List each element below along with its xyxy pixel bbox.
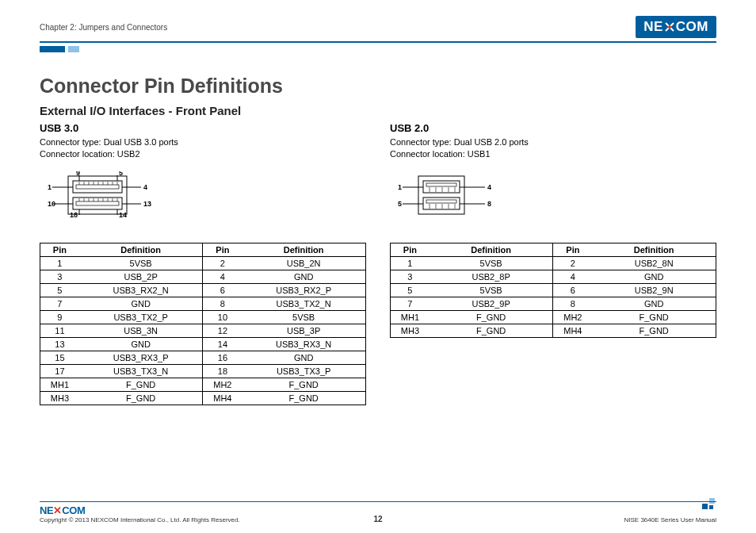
table-row: 9USB3_TX2_P105VSB <box>40 310 366 324</box>
usb20-type: Connector type: Dual USB 2.0 ports <box>390 136 716 148</box>
table-row: 15VSB2USB_2N <box>40 256 366 270</box>
th-pin: Pin <box>203 243 242 256</box>
svg-rect-44 <box>426 183 456 186</box>
th-pin: Pin <box>391 243 430 256</box>
svg-rect-43 <box>423 181 460 193</box>
table-row: 5USB3_RX2_N6USB3_RX2_P <box>40 283 366 297</box>
table-row: 11USB_3N12USB_3P <box>40 324 366 337</box>
table-row: 15USB3_RX3_P16GND <box>40 351 366 364</box>
svg-text:10: 10 <box>48 200 55 208</box>
usb30-diagram: 1 4 10 13 9 5 18 14 <box>40 171 366 227</box>
svg-text:4: 4 <box>143 183 147 191</box>
usb20-heading: USB 2.0 <box>390 122 716 134</box>
svg-rect-16 <box>76 201 119 205</box>
svg-rect-42 <box>418 176 464 214</box>
chapter-label: Chapter 2: Jumpers and Connectors <box>40 23 167 32</box>
svg-rect-3 <box>68 176 127 214</box>
table-row: 15VSB2USB2_8N <box>391 256 716 270</box>
usb20-location: Connector location: USB1 <box>390 148 716 160</box>
svg-point-2 <box>668 25 671 29</box>
usb20-section: USB 2.0 Connector type: Dual USB 2.0 por… <box>390 122 716 405</box>
svg-rect-5 <box>76 185 119 189</box>
page-footer: NE✕COM Copyright © 2013 NEXCOM Internati… <box>40 501 716 523</box>
svg-text:18: 18 <box>70 211 78 219</box>
table-row: MH1F_GNDMH2F_GND <box>40 378 366 391</box>
svg-text:8: 8 <box>487 200 491 208</box>
usb30-heading: USB 3.0 <box>40 122 366 134</box>
svg-text:5: 5 <box>119 171 123 177</box>
usb20-table: Pin Definition Pin Definition 15VSB2USB2… <box>390 243 716 338</box>
svg-text:9: 9 <box>76 171 80 177</box>
svg-text:13: 13 <box>143 200 151 208</box>
usb20-diagram: 1 4 5 8 <box>390 171 716 227</box>
manual-name: NISE 3640E Series User Manual <box>624 516 717 523</box>
svg-text:14: 14 <box>119 211 127 219</box>
table-row: 3USB2_8P4GND <box>391 270 716 283</box>
usb30-location: Connector location: USB2 <box>40 148 366 160</box>
svg-rect-4 <box>73 181 122 193</box>
table-row: 7USB2_9P8GND <box>391 297 716 310</box>
svg-text:4: 4 <box>487 183 491 191</box>
section-subtitle: External I/O Interfaces - Front Panel <box>40 104 716 117</box>
page-header: Chapter 2: Jumpers and Connectors NE COM <box>40 16 716 43</box>
brand-logo: NE COM <box>636 16 716 38</box>
svg-text:1: 1 <box>398 183 402 191</box>
svg-rect-50 <box>423 197 460 209</box>
page-title: Connector Pin Definitions <box>40 75 716 98</box>
table-row: 55VSB6USB2_9N <box>391 283 716 297</box>
table-row: MH1F_GNDMH2F_GND <box>391 310 716 324</box>
th-def: Definition <box>592 243 716 256</box>
accent-bar <box>40 46 716 52</box>
th-pin: Pin <box>553 243 592 256</box>
footer-logo: NE✕COM <box>40 504 240 516</box>
svg-rect-51 <box>426 200 456 203</box>
th-def: Definition <box>430 243 553 256</box>
th-def: Definition <box>79 243 203 256</box>
svg-rect-15 <box>73 197 122 209</box>
table-row: MH3F_GNDMH4F_GND <box>40 391 366 405</box>
table-row: 13GND14USB3_RX3_N <box>40 337 366 351</box>
svg-text:5: 5 <box>398 200 402 208</box>
usb30-type: Connector type: Dual USB 3.0 ports <box>40 136 366 148</box>
table-row: 17USB3_TX3_N18USB3_TX3_P <box>40 364 366 378</box>
table-row: 3USB_2P4GND <box>40 270 366 283</box>
svg-text:1: 1 <box>48 183 52 191</box>
x-icon <box>664 21 675 33</box>
th-pin: Pin <box>40 243 79 256</box>
table-row: MH3F_GNDMH4F_GND <box>391 324 716 337</box>
page-number: 12 <box>373 515 382 523</box>
usb30-table: Pin Definition Pin Definition 15VSB2USB_… <box>40 243 366 405</box>
th-def: Definition <box>242 243 365 256</box>
usb30-section: USB 3.0 Connector type: Dual USB 3.0 por… <box>40 122 366 405</box>
table-row: 7GND8USB3_TX2_N <box>40 297 366 310</box>
copyright: Copyright © 2013 NEXCOM International Co… <box>40 516 240 523</box>
